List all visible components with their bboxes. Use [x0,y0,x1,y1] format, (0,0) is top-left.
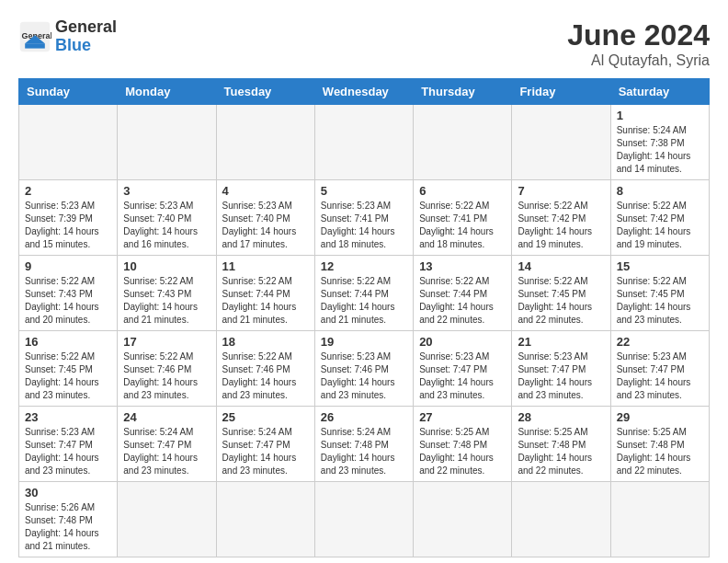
day-info: Sunrise: 5:23 AM Sunset: 7:47 PM Dayligh… [25,426,111,477]
table-row [19,105,118,180]
header-monday: Monday [118,79,216,105]
day-number: 29 [617,410,703,424]
calendar-row: 2Sunrise: 5:23 AM Sunset: 7:39 PM Daylig… [19,180,710,256]
day-info: Sunrise: 5:24 AM Sunset: 7:48 PM Dayligh… [321,426,407,477]
table-row: 29Sunrise: 5:25 AM Sunset: 7:48 PM Dayli… [610,407,709,482]
table-row: 15Sunrise: 5:22 AM Sunset: 7:45 PM Dayli… [610,256,709,331]
day-number: 10 [123,259,210,273]
location-title: Al Qutayfah, Syria [567,52,710,69]
logo: General GeneralBlue [18,18,117,55]
day-info: Sunrise: 5:24 AM Sunset: 7:47 PM Dayligh… [222,426,309,477]
table-row: 6Sunrise: 5:22 AM Sunset: 7:41 PM Daylig… [414,180,512,256]
day-number: 16 [25,335,111,349]
table-row [314,482,413,557]
day-info: Sunrise: 5:22 AM Sunset: 7:44 PM Dayligh… [419,275,506,327]
day-info: Sunrise: 5:25 AM Sunset: 7:48 PM Dayligh… [419,426,506,477]
calendar-row: 30Sunrise: 5:26 AM Sunset: 7:48 PM Dayli… [19,482,710,557]
day-info: Sunrise: 5:23 AM Sunset: 7:39 PM Dayligh… [25,200,111,251]
table-row [414,105,512,180]
day-number: 21 [518,335,604,349]
day-number: 11 [222,259,309,273]
header-friday: Friday [512,79,610,105]
table-row: 16Sunrise: 5:22 AM Sunset: 7:45 PM Dayli… [19,331,118,407]
table-row: 2Sunrise: 5:23 AM Sunset: 7:39 PM Daylig… [19,180,118,256]
day-info: Sunrise: 5:23 AM Sunset: 7:41 PM Dayligh… [321,200,407,251]
day-info: Sunrise: 5:22 AM Sunset: 7:44 PM Dayligh… [222,275,309,327]
page-header: General GeneralBlue June 2024 Al Qutayfa… [18,18,710,69]
table-row: 3Sunrise: 5:23 AM Sunset: 7:40 PM Daylig… [118,180,216,256]
table-row: 5Sunrise: 5:23 AM Sunset: 7:41 PM Daylig… [314,180,413,256]
table-row: 1Sunrise: 5:24 AM Sunset: 7:38 PM Daylig… [610,105,709,180]
header-wednesday: Wednesday [314,79,413,105]
day-number: 12 [321,259,407,273]
day-number: 15 [617,259,703,273]
day-info: Sunrise: 5:23 AM Sunset: 7:46 PM Dayligh… [321,350,407,402]
table-row: 28Sunrise: 5:25 AM Sunset: 7:48 PM Dayli… [512,407,610,482]
day-number: 2 [25,184,111,198]
table-row [216,105,314,180]
day-number: 28 [518,410,604,424]
svg-rect-3 [25,43,45,48]
day-info: Sunrise: 5:24 AM Sunset: 7:38 PM Dayligh… [617,124,703,176]
calendar-row: 23Sunrise: 5:23 AM Sunset: 7:47 PM Dayli… [19,407,710,482]
day-info: Sunrise: 5:25 AM Sunset: 7:48 PM Dayligh… [518,426,604,477]
table-row: 25Sunrise: 5:24 AM Sunset: 7:47 PM Dayli… [216,407,314,482]
table-row [216,482,314,557]
day-info: Sunrise: 5:22 AM Sunset: 7:45 PM Dayligh… [617,275,703,327]
day-number: 22 [617,335,703,349]
day-number: 6 [419,184,506,198]
day-number: 26 [321,410,407,424]
calendar-row: 1Sunrise: 5:24 AM Sunset: 7:38 PM Daylig… [19,105,710,180]
table-row [610,482,709,557]
table-row: 9Sunrise: 5:22 AM Sunset: 7:43 PM Daylig… [19,256,118,331]
day-number: 14 [518,259,604,273]
day-number: 4 [222,184,309,198]
table-row: 17Sunrise: 5:22 AM Sunset: 7:46 PM Dayli… [118,331,216,407]
calendar-table: Sunday Monday Tuesday Wednesday Thursday… [18,78,710,557]
title-block: June 2024 Al Qutayfah, Syria [567,18,710,69]
day-info: Sunrise: 5:22 AM Sunset: 7:46 PM Dayligh… [123,350,210,402]
calendar-row: 9Sunrise: 5:22 AM Sunset: 7:43 PM Daylig… [19,256,710,331]
table-row: 14Sunrise: 5:22 AM Sunset: 7:45 PM Dayli… [512,256,610,331]
table-row: 10Sunrise: 5:22 AM Sunset: 7:43 PM Dayli… [118,256,216,331]
day-info: Sunrise: 5:23 AM Sunset: 7:40 PM Dayligh… [123,200,210,251]
day-info: Sunrise: 5:22 AM Sunset: 7:45 PM Dayligh… [518,275,604,327]
day-number: 5 [321,184,407,198]
day-info: Sunrise: 5:22 AM Sunset: 7:42 PM Dayligh… [518,200,604,251]
table-row: 22Sunrise: 5:23 AM Sunset: 7:47 PM Dayli… [610,331,709,407]
day-number: 13 [419,259,506,273]
table-row: 8Sunrise: 5:22 AM Sunset: 7:42 PM Daylig… [610,180,709,256]
table-row: 30Sunrise: 5:26 AM Sunset: 7:48 PM Dayli… [19,482,118,557]
day-info: Sunrise: 5:22 AM Sunset: 7:43 PM Dayligh… [123,275,210,327]
day-number: 30 [25,486,111,500]
day-number: 17 [123,335,210,349]
day-info: Sunrise: 5:23 AM Sunset: 7:47 PM Dayligh… [419,350,506,402]
logo-icon: General [18,20,51,53]
day-number: 27 [419,410,506,424]
day-info: Sunrise: 5:22 AM Sunset: 7:44 PM Dayligh… [321,275,407,327]
table-row [314,105,413,180]
day-info: Sunrise: 5:24 AM Sunset: 7:47 PM Dayligh… [123,426,210,477]
table-row: 11Sunrise: 5:22 AM Sunset: 7:44 PM Dayli… [216,256,314,331]
table-row: 27Sunrise: 5:25 AM Sunset: 7:48 PM Dayli… [414,407,512,482]
header-tuesday: Tuesday [216,79,314,105]
header-thursday: Thursday [414,79,512,105]
header-saturday: Saturday [610,79,709,105]
day-info: Sunrise: 5:23 AM Sunset: 7:40 PM Dayligh… [222,200,309,251]
table-row: 19Sunrise: 5:23 AM Sunset: 7:46 PM Dayli… [314,331,413,407]
month-year-title: June 2024 [567,18,710,52]
weekday-header-row: Sunday Monday Tuesday Wednesday Thursday… [19,79,710,105]
day-info: Sunrise: 5:22 AM Sunset: 7:46 PM Dayligh… [222,350,309,402]
table-row [512,105,610,180]
day-info: Sunrise: 5:23 AM Sunset: 7:47 PM Dayligh… [617,350,703,402]
day-info: Sunrise: 5:22 AM Sunset: 7:43 PM Dayligh… [25,275,111,327]
day-info: Sunrise: 5:22 AM Sunset: 7:45 PM Dayligh… [25,350,111,402]
table-row: 18Sunrise: 5:22 AM Sunset: 7:46 PM Dayli… [216,331,314,407]
day-info: Sunrise: 5:22 AM Sunset: 7:41 PM Dayligh… [419,200,506,251]
table-row: 21Sunrise: 5:23 AM Sunset: 7:47 PM Dayli… [512,331,610,407]
table-row: 20Sunrise: 5:23 AM Sunset: 7:47 PM Dayli… [414,331,512,407]
table-row: 7Sunrise: 5:22 AM Sunset: 7:42 PM Daylig… [512,180,610,256]
day-info: Sunrise: 5:23 AM Sunset: 7:47 PM Dayligh… [518,350,604,402]
day-info: Sunrise: 5:26 AM Sunset: 7:48 PM Dayligh… [25,501,111,553]
day-number: 7 [518,184,604,198]
